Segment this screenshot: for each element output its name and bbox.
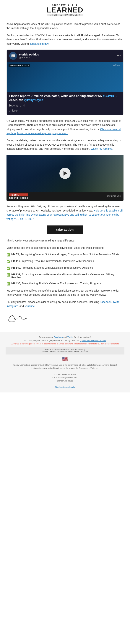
halfway-paragraph: We've crossed the halfway point of the 2…	[6, 288, 124, 297]
bill-hb149-text: HB 149, Protecting Students with Disabil…	[11, 266, 93, 269]
advocacy-text-1: Thank	[6, 239, 14, 242]
tweet-image: FLORIDA POLITICS FLORIDA	[7, 62, 123, 92]
footer-update-row: Did I mistype your name or get personal …	[5, 340, 125, 342]
footer-optout-row: COVID-19 is disrupting all our lives. Fo…	[5, 343, 125, 345]
twitter-social-link[interactable]: Twitter	[113, 300, 120, 304]
bill-hb435-text: HB 435, Strengthening Florida's Veterans…	[11, 282, 101, 285]
video-overlay-right	[71, 155, 124, 192]
footer-disclaimer-line2: Andrew Learned, Democrat for Florida Hou…	[9, 350, 121, 353]
bills-list: ✅ HM 71, Recognizing Veteran Suicide and…	[6, 253, 124, 286]
bill-item-hm71: ✅ HM 71, Recognizing Veteran Suicide and…	[6, 253, 124, 256]
instagram-social-link[interactable]: Instagram	[6, 304, 18, 308]
social-sep1: ,	[111, 300, 113, 304]
action-button-wrapper: take action	[6, 226, 124, 234]
advocacy-text-3: vocacy! It's making a huge difference.	[32, 239, 75, 242]
court-remarks-link[interactable]: Watch my remarks.	[91, 147, 113, 150]
video-hb-title: Second Reading	[9, 196, 28, 199]
daily-updates-text: For daily updates, please consider follo…	[6, 300, 100, 304]
page-header: ANDREW ★ ★ ★ LEARNED ★ FOR FLORIDA HOUSE…	[0, 0, 130, 18]
check-icon-hm71: ✅	[6, 253, 10, 256]
bill-item-hb149: ✅ HB 149, Protecting Students with Disab…	[6, 266, 124, 270]
take-action-button[interactable]: take action	[47, 226, 83, 234]
signature-svg	[6, 312, 29, 323]
tweet-headline-part2: cases, via	[9, 98, 24, 102]
footer-follow-row: Follow along on Facebook and Twitter for…	[5, 336, 125, 338]
footer-name-line: Did I mistype your name or get personal …	[24, 340, 80, 342]
footer-military-line1: Andrew Learned is a member of the US Nav…	[5, 364, 125, 366]
bill-hm71-text: HM 71, Recognizing Veteran Suicide and U…	[11, 253, 119, 256]
check-icon-hb149: ✅	[6, 266, 10, 270]
video-play-button[interactable]	[59, 168, 71, 179]
footer-disclaimer-line1: Political Advertisement Paid for and App…	[9, 348, 121, 350]
footer-follow-text: Follow along on	[39, 336, 54, 338]
tweet-more-icon[interactable]: •••	[117, 54, 121, 58]
tweet-account-info: Florida Politics @Fla_Pol	[19, 53, 39, 59]
advocacy-italic-you: you	[14, 239, 19, 242]
bill-item-hb435: ✅ HB 435, Strengthening Florida's Vetera…	[6, 282, 124, 286]
video-rep-logo: REP LEARNED	[107, 195, 121, 197]
check-icon-hb117: ✅	[6, 260, 10, 263]
logo-container: ANDREW ★ ★ ★ LEARNED ★ FOR FLORIDA HOUSE…	[47, 4, 83, 16]
court-paragraph: During the debate, I raised concerns abo…	[6, 138, 124, 151]
florida-logo-area: FLORIDA	[112, 64, 120, 66]
footer-military-line2: imply endorsement by the Department of t…	[5, 366, 125, 370]
bill-hb117-text: HB 117, Improving Resource Information f…	[11, 260, 94, 262]
footer-optout-text: COVID-19 is disrupting all our lives. Fo…	[10, 343, 120, 345]
footer-address-label: Andrew Learned for Florida	[5, 373, 125, 376]
footer-address: Andrew Learned is a member of the US Nav…	[5, 364, 125, 389]
tweet-avatar-icon: 📰	[11, 54, 15, 58]
florida-seal: FLORIDA	[112, 64, 120, 66]
play-icon	[64, 171, 67, 176]
advocacy-text-2: for your	[18, 239, 29, 242]
tweet-avatar: 📰	[9, 52, 17, 60]
vaccine-bold-text: all Floridians aged 18 and over.	[77, 34, 116, 37]
facebook-social-link[interactable]: Facebook	[100, 300, 111, 304]
bill-hb231-text: HB 231, Expanding access to Behavioral a…	[11, 273, 124, 279]
tweet-headline-part1: Florida reports 7 million vaccinated, wh…	[9, 94, 103, 98]
footer-flag: 🇺🇸	[5, 356, 125, 362]
video-container: HB 5001 Second Reading REP LEARNED	[6, 155, 124, 201]
budget-paragraph: On Wednesday, we passed our general budg…	[6, 119, 124, 136]
check-icon-hb435: ✅	[6, 282, 10, 286]
video-overlay-left	[6, 155, 59, 192]
logo-learned-text: LEARNED	[47, 6, 83, 14]
advocacy-paragraph: Thank you for your advocacy! It's making…	[6, 238, 124, 242]
footer-address-line1: 125 W. Bloomingdale Ave #200	[5, 376, 125, 379]
vaccine-paragraph: But first, a reminder that COVID-19 vacc…	[6, 33, 124, 46]
video-thumbnail[interactable]	[6, 155, 124, 192]
social-sep3: , and	[18, 304, 24, 308]
tweet-image-label: FLORIDA POLITICS	[8, 64, 30, 67]
footer-facebook-link[interactable]: Facebook	[54, 336, 63, 338]
footer-disclaimer: Political Advertisement Paid for and App…	[5, 347, 125, 354]
tweet-header: 📰 Florida Politics @Fla_Pol •••	[7, 50, 123, 62]
bill-item-hb117: ✅ HB 117, Improving Resource Information…	[6, 260, 124, 263]
video-info-bar: HB 5001 Second Reading REP LEARNED	[6, 192, 124, 201]
tweet-account-name: Florida Politics	[19, 53, 39, 56]
bill-item-hb231: ✅ HB 231, Expanding access to Behavioral…	[6, 273, 124, 279]
footer-update-link[interactable]: update your information here	[80, 340, 106, 342]
tweet-card: 📰 Florida Politics @Fla_Pol ••• FLORIDA …	[6, 50, 124, 115]
tweet-handle: @Fla_Pol	[19, 56, 39, 59]
logo-subtitle-text: ★ FOR FLORIDA HOUSE ★	[47, 14, 83, 16]
cosponsor-intro: Many of the bills I've co-sponsored are …	[6, 246, 124, 250]
vaccine-text-1: But first, a reminder that COVID-19 vacc…	[6, 34, 77, 37]
tweet-link-line1: bit.ly/3e7uTPl	[9, 104, 121, 108]
footer-follow-suffix: for all our updates!	[73, 336, 91, 338]
video-hb-badge: HB 5001	[9, 194, 28, 196]
footer-follow-and: and	[63, 336, 67, 338]
vaccine-link[interactable]: floridahealth.gov	[29, 42, 48, 45]
tweet-link-line2: #FlaPol	[9, 109, 121, 113]
footer-unsubscribe-link[interactable]: Click here to unsubscribe	[55, 386, 75, 388]
video-hb-info: HB 5001 Second Reading	[9, 194, 28, 199]
footer-address-line2: Brandon, FL 33511	[5, 379, 125, 382]
youtube-social-link[interactable]: YouTube	[24, 304, 35, 308]
check-icon-hb231: ✅	[6, 273, 10, 277]
hb1097-paragraph: Some exciting news! HB 1097, my bill tha…	[6, 204, 124, 221]
footer-twitter-link[interactable]: Twitter	[67, 336, 73, 338]
tweet-hashtag1: #COVID19	[103, 94, 117, 98]
intro-paragraph: As we begin another week of the 2021 leg…	[6, 22, 124, 30]
tweet-headline-handle: @kellyrhayes	[24, 98, 43, 102]
advocacy-italic-ad: ad	[29, 239, 32, 242]
main-content: As we begin another week of the 2021 leg…	[0, 18, 130, 332]
signature	[6, 312, 124, 325]
